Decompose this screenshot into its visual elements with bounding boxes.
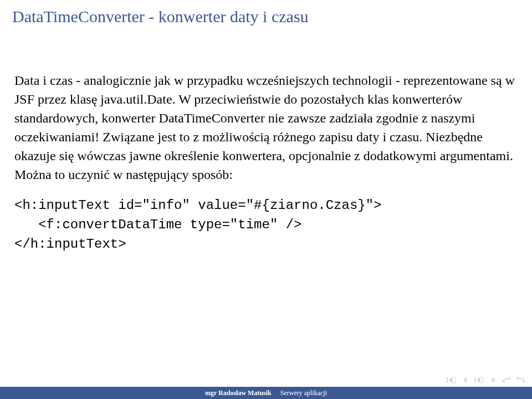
code-example: <h:inputText id="info" value="#{ziarno.C… — [14, 196, 518, 254]
back-icon[interactable] — [502, 377, 511, 383]
svg-marker-7 — [492, 377, 495, 383]
first-slide-icon[interactable] — [447, 377, 457, 383]
svg-rect-4 — [474, 377, 475, 383]
svg-marker-5 — [477, 377, 480, 383]
slide-title: DataTimeConverter - konwerter daty i cza… — [0, 0, 532, 31]
svg-rect-0 — [447, 377, 448, 383]
svg-rect-2 — [452, 377, 456, 383]
body-paragraph: Data i czas - analogicznie jak w przypad… — [14, 71, 518, 184]
footer-subject: Serwery aplikacji — [280, 389, 327, 397]
prev-section-icon[interactable] — [474, 377, 484, 383]
svg-marker-9 — [509, 377, 511, 380]
next-section-icon[interactable] — [490, 377, 497, 383]
forward-icon[interactable] — [516, 377, 525, 383]
svg-marker-3 — [463, 377, 467, 383]
nav-icon-row — [447, 377, 525, 383]
prev-slide-icon[interactable] — [462, 377, 469, 383]
slide-content: Data i czas - analogicznie jak w przypad… — [0, 31, 532, 399]
slide: DataTimeConverter - konwerter daty i cza… — [0, 0, 532, 399]
footer-author: mgr Radosław Matusik — [205, 389, 272, 397]
svg-marker-1 — [449, 377, 452, 383]
svg-marker-11 — [516, 377, 518, 380]
svg-rect-6 — [480, 377, 483, 383]
footer-bar: mgr Radosław Matusik Serwery aplikacji — [0, 387, 532, 399]
